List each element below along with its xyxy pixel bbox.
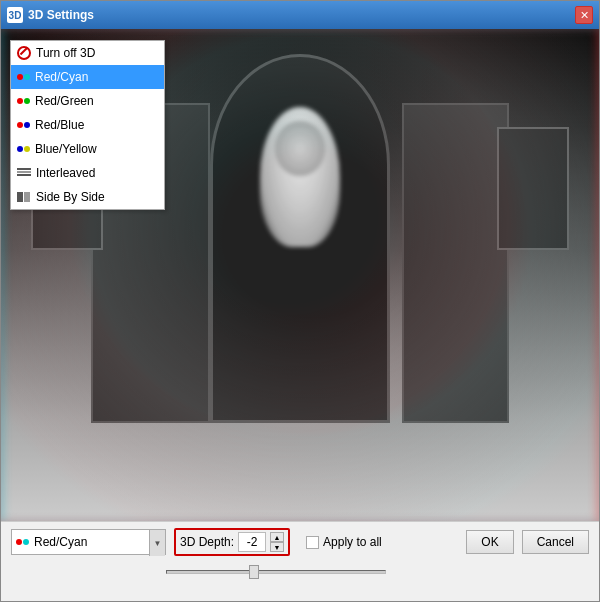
controls-row: Red/Cyan ▼ 3D Depth: -2 ▲ ▼ Apply to all… [1,522,599,562]
depth-group: 3D Depth: -2 ▲ ▼ [174,528,290,556]
dot-blue2 [17,146,23,152]
dropdown-arrow-icon: ▼ [149,530,165,556]
window-icon: 3D [7,7,23,23]
dot-red [16,539,22,545]
depth-spinner[interactable]: ▲ ▼ [270,532,284,552]
popup-item-red-blue-label: Red/Blue [35,118,84,132]
blue-yellow-icon [17,146,30,152]
mode-dropdown-icon [16,537,30,547]
red-cyan-icon [17,74,30,80]
popup-item-turn-off-label: Turn off 3D [36,46,95,60]
title-bar-left: 3D 3D Settings [7,7,94,23]
btn-row: OK Cancel [466,530,589,554]
apply-label: Apply to all [323,535,382,549]
popup-item-blue-yellow[interactable]: Blue/Yellow [11,137,164,161]
red-blue-icon [17,122,30,128]
side-by-side-icon [17,192,31,202]
depth-slider-thumb[interactable] [249,565,259,579]
popup-item-blue-yellow-label: Blue/Yellow [35,142,97,156]
3d-settings-window: 3D 3D Settings ✕ [0,0,600,602]
depth-label: 3D Depth: [180,535,234,549]
bottom-bar: Red/Cyan ▼ 3D Depth: -2 ▲ ▼ Apply to all… [1,521,599,601]
title-bar: 3D 3D Settings ✕ [1,1,599,29]
close-button[interactable]: ✕ [575,6,593,24]
ok-button[interactable]: OK [466,530,513,554]
dot-cyan [23,539,29,545]
popup-item-interleaved[interactable]: Interleaved [11,161,164,185]
dot-blue [24,122,30,128]
popup-item-red-green[interactable]: Red/Green [11,89,164,113]
spinner-up-button[interactable]: ▲ [270,532,284,542]
popup-item-red-cyan[interactable]: Red/Cyan [11,65,164,89]
popup-item-turn-off[interactable]: Turn off 3D [11,41,164,65]
depth-slider-track[interactable] [166,570,386,574]
interleaved-icon [17,168,31,178]
apply-group: Apply to all [306,535,382,549]
popup-item-red-green-label: Red/Green [35,94,94,108]
window-title: 3D Settings [28,8,94,22]
popup-item-interleaved-label: Interleaved [36,166,95,180]
dot-yellow [24,146,30,152]
popup-item-side-by-side-label: Side By Side [36,190,105,204]
slider-row [1,562,599,582]
turn-off-icon [17,46,31,60]
anaglyph-dot-icon [16,539,29,545]
mode-dropdown[interactable]: Red/Cyan ▼ [11,529,166,555]
mode-dropdown-text: Red/Cyan [34,535,161,549]
dot-green [24,98,30,104]
popup-item-red-cyan-label: Red/Cyan [35,70,88,84]
cancel-button[interactable]: Cancel [522,530,589,554]
turn-off-line [20,47,28,55]
apply-checkbox[interactable] [306,536,319,549]
red-green-icon [17,98,30,104]
spinner-down-button[interactable]: ▼ [270,542,284,552]
popup-item-side-by-side[interactable]: Side By Side [11,185,164,209]
depth-value[interactable]: -2 [238,532,266,552]
dropdown-popup: Turn off 3D Red/Cyan Red/Green [10,40,165,210]
popup-item-red-blue[interactable]: Red/Blue [11,113,164,137]
